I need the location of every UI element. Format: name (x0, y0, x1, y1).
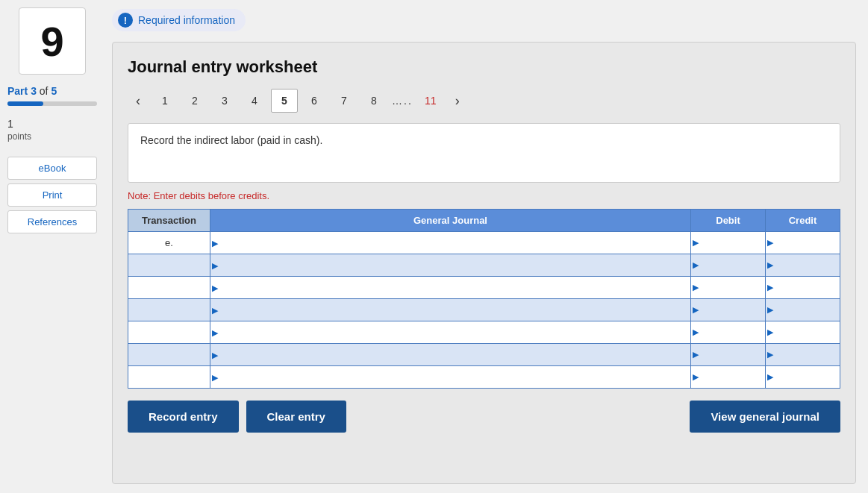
debit-cell-5: ▶ (691, 321, 766, 344)
col-general-journal: General Journal (210, 210, 691, 232)
gj-cell-2: ▶ (210, 254, 691, 277)
table-row: e. ▶ ▶ ▶ (128, 232, 840, 254)
credit-input-5[interactable] (766, 321, 840, 343)
debit-input-7[interactable] (691, 366, 765, 388)
page-4[interactable]: 4 (241, 89, 268, 113)
col-debit: Debit (691, 210, 766, 232)
col-transaction: Transaction (128, 210, 210, 232)
page-6[interactable]: 6 (301, 89, 328, 113)
gj-arrow-icon: ▶ (212, 327, 218, 337)
debit-input-4[interactable] (691, 299, 765, 321)
button-row: Record entry Clear entry View general jo… (128, 401, 840, 433)
col-credit: Credit (766, 210, 840, 232)
credit-cell-7: ▶ (766, 366, 840, 389)
credit-input-4[interactable] (766, 299, 840, 321)
gj-cell-4: ▶ (210, 299, 691, 321)
worksheet: Journal entry worksheet ‹ 1 2 3 4 5 6 7 … (112, 42, 856, 484)
debit-input-1[interactable] (691, 232, 765, 254)
gj-input-4[interactable] (210, 299, 690, 321)
page-1[interactable]: 1 (152, 89, 178, 113)
progress-bar-fill (7, 101, 43, 106)
gj-arrow-icon: ▶ (212, 350, 218, 359)
sidebar: 9 Part 3 of 5 1 points eBook Print Refer… (0, 0, 104, 493)
pagination: ‹ 1 2 3 4 5 6 7 8 ….. 11 › (128, 89, 840, 113)
debit-cell-1: ▶ (691, 232, 766, 254)
debit-input-2[interactable] (691, 254, 765, 276)
references-button[interactable]: References (7, 210, 97, 233)
gj-cell-3: ▶ (210, 277, 691, 299)
gj-arrow-icon: ▶ (212, 283, 218, 292)
debit-cell-6: ▶ (691, 344, 766, 366)
gj-input-1[interactable] (210, 232, 690, 254)
view-general-journal-button[interactable]: View general journal (690, 401, 840, 433)
transaction-cell-4 (128, 299, 210, 321)
credit-input-2[interactable] (766, 254, 840, 276)
points-sublabel: points (7, 131, 31, 142)
gj-input-5[interactable] (210, 321, 690, 343)
gj-cell-5: ▶ (210, 321, 691, 344)
debit-input-3[interactable] (691, 277, 765, 298)
progress-bar (7, 101, 97, 106)
table-row: ▶ ▶ ▶ (128, 254, 840, 277)
transaction-cell-2 (128, 254, 210, 277)
transaction-cell-7 (128, 366, 210, 389)
credit-input-7[interactable] (766, 366, 840, 388)
instruction-box: Record the indirect labor (paid in cash)… (128, 123, 840, 183)
next-page-button[interactable]: › (447, 89, 468, 113)
page-7[interactable]: 7 (331, 89, 357, 113)
table-row: ▶ ▶ ▶ (128, 277, 840, 299)
gj-arrow-icon: ▶ (212, 238, 218, 248)
debit-input-5[interactable] (691, 321, 765, 343)
gj-cell-7: ▶ (210, 366, 691, 389)
gj-arrow-icon: ▶ (212, 305, 218, 315)
gj-cell-1: ▶ (210, 232, 691, 254)
transaction-cell-6 (128, 344, 210, 366)
transaction-cell-1: e. (128, 232, 210, 254)
credit-cell-3: ▶ (766, 277, 840, 299)
info-icon: ! (118, 13, 133, 28)
debit-cell-4: ▶ (691, 299, 766, 321)
gj-arrow-icon: ▶ (212, 372, 218, 382)
question-number: 9 (19, 7, 86, 75)
page-dots: ….. (390, 95, 414, 107)
gj-input-6[interactable] (210, 344, 690, 365)
prev-page-button[interactable]: ‹ (128, 89, 149, 113)
table-row: ▶ ▶ ▶ (128, 299, 840, 321)
note-text: Note: Enter debits before credits. (128, 190, 840, 201)
required-banner: ! Required information (112, 9, 246, 31)
table-row: ▶ ▶ ▶ (128, 321, 840, 344)
debit-cell-7: ▶ (691, 366, 766, 389)
table-row: ▶ ▶ ▶ (128, 366, 840, 389)
instruction-text: Record the indirect labor (paid in cash)… (140, 134, 322, 146)
record-entry-button[interactable]: Record entry (128, 401, 239, 433)
clear-entry-button[interactable]: Clear entry (246, 401, 346, 433)
gj-input-2[interactable] (210, 254, 690, 276)
page-5[interactable]: 5 (271, 89, 298, 113)
page-11[interactable]: 11 (417, 89, 444, 113)
credit-cell-5: ▶ (766, 321, 840, 344)
credit-input-3[interactable] (766, 277, 840, 298)
gj-cell-6: ▶ (210, 344, 691, 366)
transaction-cell-3 (128, 277, 210, 299)
credit-cell-2: ▶ (766, 254, 840, 277)
gj-input-7[interactable] (210, 366, 690, 388)
credit-cell-1: ▶ (766, 232, 840, 254)
debit-cell-2: ▶ (691, 254, 766, 277)
credit-cell-4: ▶ (766, 299, 840, 321)
main-content: ! Required information Journal entry wor… (104, 0, 868, 493)
table-row: ▶ ▶ ▶ (128, 344, 840, 366)
debit-input-6[interactable] (691, 344, 765, 365)
print-button[interactable]: Print (7, 183, 97, 207)
part-label: Part 3 of 5 (7, 85, 57, 97)
ebook-button[interactable]: eBook (7, 157, 97, 180)
page-8[interactable]: 8 (360, 89, 387, 113)
required-text: Required information (138, 14, 235, 26)
credit-input-6[interactable] (766, 344, 840, 365)
gj-input-3[interactable] (210, 277, 690, 298)
credit-cell-6: ▶ (766, 344, 840, 366)
gj-arrow-icon: ▶ (212, 260, 218, 270)
credit-input-1[interactable] (766, 232, 840, 254)
page-2[interactable]: 2 (181, 89, 208, 113)
page-3[interactable]: 3 (211, 89, 238, 113)
worksheet-title: Journal entry worksheet (128, 57, 840, 77)
